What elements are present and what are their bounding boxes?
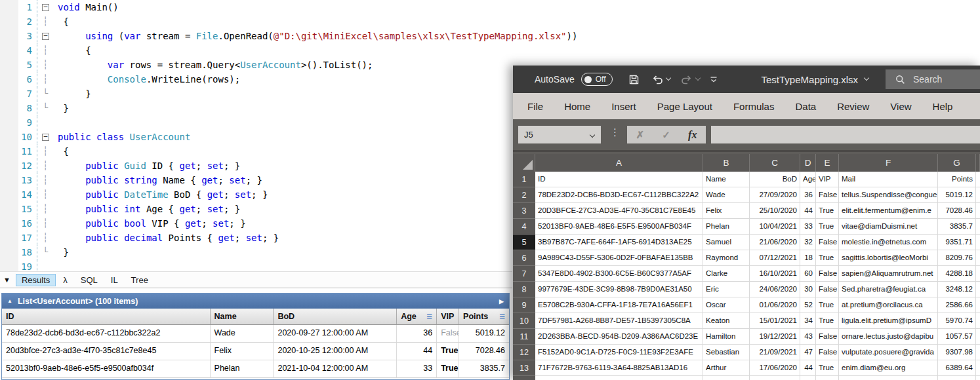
cell[interactable]: 47: [800, 345, 816, 360]
row-header-12[interactable]: 12: [513, 345, 535, 360]
cell[interactable]: Keaton: [703, 313, 750, 329]
cell[interactable]: 10/04/2021: [750, 219, 800, 235]
formula-bar-options-icon[interactable]: ⋮: [610, 126, 620, 138]
collapse-panel-icon[interactable]: ▼: [3, 276, 10, 284]
cell[interactable]: 78DE23D2-DCB6-BD3D-EC67-C112BBC322A2: [535, 187, 703, 203]
row-header-4[interactable]: 4: [513, 219, 535, 235]
cell[interactable]: ID: [535, 172, 703, 187]
cell[interactable]: [703, 376, 750, 380]
cell[interactable]: 3248.12: [938, 282, 976, 297]
tab-results[interactable]: Results: [16, 274, 56, 286]
results-column-age[interactable]: Age≡: [397, 309, 437, 324]
cell[interactable]: 3835.7: [938, 219, 976, 235]
cell[interactable]: False: [816, 187, 839, 203]
cell[interactable]: [750, 376, 800, 380]
tab-il[interactable]: IL: [105, 274, 124, 286]
cell[interactable]: 5970.74: [938, 313, 976, 329]
ribbon-tab-file[interactable]: File: [517, 101, 554, 112]
cell[interactable]: Points: [938, 172, 976, 187]
cell[interactable]: 32: [800, 235, 816, 250]
undo-button[interactable]: [651, 74, 670, 85]
save-button[interactable]: [628, 74, 640, 85]
cell[interactable]: Arthur: [703, 360, 750, 376]
cell[interactable]: 43: [800, 329, 816, 345]
expand-table-icon[interactable]: ▶: [499, 298, 504, 305]
cell[interactable]: 6389.64: [938, 360, 976, 376]
ribbon-tab-view[interactable]: View: [880, 101, 922, 112]
cell[interactable]: Mail: [839, 172, 938, 187]
row-header-8[interactable]: 8: [513, 282, 535, 297]
column-menu-icon[interactable]: ≡: [426, 313, 432, 320]
tab-λ[interactable]: λ: [57, 274, 73, 286]
tab-sql[interactable]: SQL: [75, 274, 104, 286]
cell[interactable]: 21/09/2021: [750, 345, 800, 360]
results-column-id[interactable]: ID: [2, 309, 211, 324]
cell[interactable]: 25/10/2020: [750, 203, 800, 219]
column-header-a[interactable]: A: [535, 154, 703, 172]
cell[interactable]: Clarke: [703, 266, 750, 282]
cell[interactable]: 20D3BFCE-27C3-AD3E-4F70-35C81C7E8E45: [535, 203, 703, 219]
cell[interactable]: Name: [703, 172, 750, 187]
ribbon-tab-data[interactable]: Data: [785, 101, 827, 112]
column-header-c[interactable]: C: [750, 154, 800, 172]
cell[interactable]: 1057.57: [938, 329, 976, 345]
cell[interactable]: [839, 376, 938, 380]
cell[interactable]: 5347E8D0-4902-B300-6C5E-B60C9377A5AF: [535, 266, 703, 282]
cell[interactable]: Raymond: [703, 250, 750, 266]
column-header-b[interactable]: B: [703, 154, 750, 172]
row-header-3[interactable]: 3: [513, 203, 535, 219]
name-box[interactable]: J5: [518, 126, 601, 143]
column-header-g[interactable]: G: [938, 154, 976, 172]
cell[interactable]: Felix: [703, 203, 750, 219]
cell[interactable]: ligula.elit.pretium@ipsumD: [839, 313, 938, 329]
cell[interactable]: 60: [800, 266, 816, 282]
cell[interactable]: 3B97B87C-7AFE-664F-1AF5-6914D313AE25: [535, 235, 703, 250]
cell[interactable]: False: [816, 266, 839, 282]
cell[interactable]: at.pretium@orcilacus.ca: [839, 297, 938, 313]
cell[interactable]: 16/10/2021: [750, 266, 800, 282]
document-title[interactable]: TestTypeMapping.xlsx: [762, 74, 869, 85]
cell[interactable]: 7DF57981-A268-8B87-DE57-1B5397305C8A: [535, 313, 703, 329]
cell[interactable]: 4288.18: [938, 266, 976, 282]
cell[interactable]: True: [816, 360, 839, 376]
cell[interactable]: Age: [800, 172, 816, 187]
cell[interactable]: True: [816, 313, 839, 329]
cell[interactable]: True: [816, 250, 839, 266]
cell[interactable]: [938, 376, 976, 380]
cell[interactable]: vulputate.posuere@gravida: [839, 345, 938, 360]
cell[interactable]: True: [816, 203, 839, 219]
cell[interactable]: 5019.12: [938, 187, 976, 203]
cell[interactable]: 21/06/2020: [750, 235, 800, 250]
row-header-11[interactable]: 11: [513, 329, 535, 345]
cell[interactable]: Hamilton: [703, 329, 750, 345]
row-header-10[interactable]: 10: [513, 313, 535, 329]
cell[interactable]: 7028.46: [938, 203, 976, 219]
cell[interactable]: 2586.66: [938, 297, 976, 313]
cell[interactable]: Sed.pharetra@feugiat.ca: [839, 282, 938, 297]
cell[interactable]: tellus.Suspendisse@congue: [839, 187, 938, 203]
formula-input[interactable]: [711, 126, 980, 143]
row-header-14[interactable]: 14: [513, 376, 535, 380]
results-column-bod[interactable]: BoD: [274, 309, 397, 324]
cell[interactable]: 07/12/2021: [750, 250, 800, 266]
cell[interactable]: 71F7672B-9763-6119-3A64-8825AB13AD16: [535, 360, 703, 376]
cell[interactable]: 44: [800, 203, 816, 219]
column-header-d[interactable]: D: [800, 154, 816, 172]
row-header-7[interactable]: 7: [513, 266, 535, 282]
cell[interactable]: Samuel: [703, 235, 750, 250]
tab-tree[interactable]: Tree: [125, 274, 154, 286]
ribbon-tab-page-layout[interactable]: Page Layout: [647, 101, 723, 112]
column-menu-icon[interactable]: ≡: [499, 313, 505, 320]
results-table-header[interactable]: ▲ List<UserAccount> (100 items) ▶: [2, 294, 509, 309]
cell[interactable]: 52013BF0-9AEB-48E6-E5F5-E9500AFB034F: [535, 219, 703, 235]
row-header-13[interactable]: 13: [513, 360, 535, 376]
cell[interactable]: 9351.71: [938, 235, 976, 250]
cell[interactable]: 15/01/2021: [750, 313, 800, 329]
cell[interactable]: elit.elit.fermentum@enim.e: [839, 203, 938, 219]
cell[interactable]: enim.diam@eu.org: [839, 360, 938, 376]
cancel-entry-icon[interactable]: ✗: [636, 129, 645, 141]
cell[interactable]: 18: [800, 250, 816, 266]
cell[interactable]: 01/06/2020: [750, 297, 800, 313]
fold-toggle-icon[interactable]: −: [42, 134, 49, 141]
cell[interactable]: 9A989C43-D55F-5306-0D2F-0FBAFAE135BB: [535, 250, 703, 266]
